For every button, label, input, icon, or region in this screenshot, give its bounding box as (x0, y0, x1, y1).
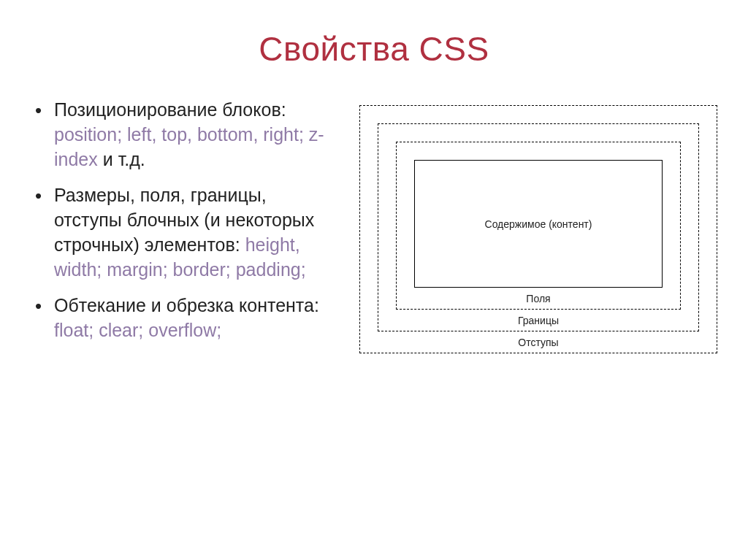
border-label: Границы (378, 315, 698, 326)
bullet-item: Позиционирование блоков: position; left,… (29, 98, 336, 172)
bullet-item: Обтекание и обрезка контента: float; cle… (29, 294, 336, 343)
bullet-list: Позиционирование блоков: position; left,… (29, 98, 336, 343)
bullet-pre: Обтекание и обрезка контента: (54, 295, 319, 315)
content-label: Содержимое (контент) (415, 218, 662, 230)
box-model-diagram: Отступы Границы Поля Содержимое (контент… (359, 105, 717, 383)
content-layer: Содержимое (контент) (414, 160, 663, 288)
margin-label: Отступы (360, 337, 717, 348)
diagram-column: Отступы Границы Поля Содержимое (контент… (358, 98, 719, 383)
bullet-post: и т.д. (103, 149, 145, 169)
bullet-pre: Позиционирование блоков: (54, 99, 286, 120)
padding-label: Поля (397, 293, 680, 304)
slide-title: Свойства CSS (29, 29, 719, 69)
text-column: Позиционирование блоков: position; left,… (29, 98, 336, 355)
bullet-item: Размеры, поля, границы, отступы блочных … (29, 183, 336, 282)
slide-content: Позиционирование блоков: position; left,… (29, 98, 719, 383)
bullet-keyword: position; left, top, bottom, right; z-in… (54, 124, 324, 169)
slide: Свойства CSS Позиционирование блоков: po… (0, 0, 748, 560)
bullet-keyword: float; clear; overflow; (54, 320, 221, 340)
